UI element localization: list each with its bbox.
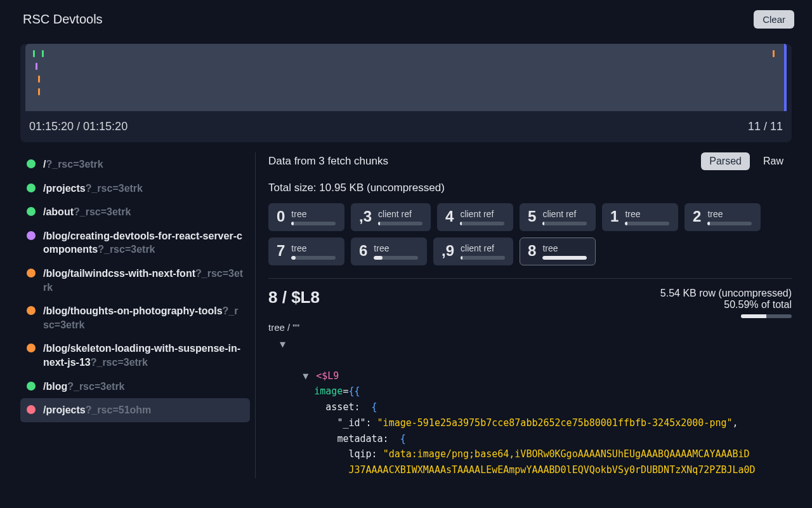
chip-bar	[291, 222, 336, 225]
request-item[interactable]: /blog/creating-devtools-for-react-server…	[20, 224, 250, 262]
code-tree[interactable]: ▼ ▼ <$L9 image={{ asset: { "_id": "image…	[268, 337, 792, 478]
chip-number: 4	[445, 209, 454, 224]
total-size: Total size: 10.95 KB (uncompressed)	[268, 182, 792, 194]
chip-label: tree	[625, 209, 670, 219]
status-dot	[27, 269, 36, 277]
status-dot	[27, 405, 36, 414]
chip-label: tree	[542, 243, 587, 253]
request-item[interactable]: /about?_rsc=3etrk	[20, 200, 250, 224]
chip-number: 6	[359, 243, 367, 258]
timeline-tick[interactable]	[38, 76, 40, 83]
request-item[interactable]: /?_rsc=3etrk	[20, 152, 250, 177]
chunk-chip[interactable]: 4client ref	[437, 203, 513, 231]
request-path: /projects?_rsc=3etrk	[43, 182, 143, 196]
status-dot	[27, 207, 36, 216]
timeline-count: 11 / 11	[748, 120, 783, 133]
timeline-tick[interactable]	[36, 63, 37, 70]
chip-bar	[542, 256, 587, 260]
chip-label: tree	[707, 209, 752, 219]
chip-label: client ref	[460, 209, 505, 219]
tab-parsed[interactable]: Parsed	[701, 152, 750, 170]
timeline-track[interactable]	[25, 44, 787, 111]
timeline-tick[interactable]	[773, 50, 775, 57]
clear-button[interactable]: Clear	[754, 10, 794, 29]
timeline-tick[interactable]	[42, 50, 44, 57]
chunk-chips: 0tree,3client ref4client ref5client ref1…	[268, 203, 792, 265]
request-item[interactable]: /blog/thoughts-on-photography-tools?_rsc…	[20, 299, 250, 337]
request-list: /?_rsc=3etrk/projects?_rsc=3etrk/about?_…	[20, 152, 250, 478]
chip-label: client ref	[461, 243, 505, 253]
detail-percent: 50.59% of total	[660, 299, 792, 311]
timeline-tick[interactable]	[38, 88, 40, 95]
chip-number: ,9	[442, 243, 454, 258]
chunk-chip[interactable]: 6tree	[351, 237, 427, 265]
request-item[interactable]: /projects?_rsc=51ohm	[20, 398, 250, 422]
request-path: /blog/skeleton-loading-with-suspense-in-…	[43, 342, 244, 369]
status-dot	[27, 306, 36, 315]
page-title: RSC Devtools	[23, 12, 103, 27]
chip-label: tree	[291, 209, 336, 219]
tree-path: tree / ""	[268, 322, 792, 333]
detail-bar	[741, 314, 792, 318]
chunk-chip[interactable]: ,9client ref	[433, 237, 513, 265]
chip-bar	[625, 222, 669, 225]
chip-number: 5	[528, 209, 536, 224]
request-path: /?_rsc=3etrk	[43, 157, 103, 171]
chip-bar	[707, 222, 752, 225]
detail-title: 8 / $L8	[268, 288, 320, 307]
chunks-summary: Data from 3 fetch chunks	[268, 155, 388, 168]
request-path: /projects?_rsc=51ohm	[43, 403, 151, 417]
request-item[interactable]: /projects?_rsc=3etrk	[20, 177, 250, 201]
status-dot	[27, 382, 36, 391]
chip-bar	[461, 256, 505, 260]
request-path: /blog/creating-devtools-for-react-server…	[43, 229, 244, 257]
chip-number: 7	[277, 243, 285, 258]
chip-label: tree	[291, 243, 336, 253]
timeline[interactable]: 01:15:20 / 01:15:20 11 / 11	[20, 44, 792, 142]
status-dot	[27, 184, 36, 192]
request-path: /about?_rsc=3etrk	[43, 205, 131, 219]
chunk-chip[interactable]: 7tree	[268, 237, 344, 265]
chip-number: 1	[610, 209, 619, 224]
chip-label: client ref	[378, 209, 422, 219]
timeline-tick[interactable]	[33, 50, 35, 57]
chunk-chip[interactable]: 0tree	[268, 203, 344, 231]
chunk-chip[interactable]: 8tree	[520, 237, 596, 265]
status-dot	[27, 344, 36, 352]
status-dot	[27, 159, 36, 168]
chunk-chip[interactable]: ,3client ref	[351, 203, 431, 231]
chip-number: 2	[693, 209, 701, 224]
request-item[interactable]: /blog/tailwindcss-with-next-font?_rsc=3e…	[20, 262, 250, 299]
request-path: /blog?_rsc=3etrk	[43, 380, 125, 394]
chip-bar	[291, 256, 336, 260]
chip-label: tree	[374, 243, 419, 253]
tab-raw[interactable]: Raw	[755, 152, 792, 170]
timeline-cursor[interactable]	[784, 44, 787, 111]
timeline-time: 01:15:20 / 01:15:20	[29, 120, 128, 133]
request-path: /blog/tailwindcss-with-next-font?_rsc=3e…	[43, 267, 244, 294]
detail-row-size: 5.54 KB row (uncompressed)	[660, 288, 792, 299]
status-dot	[27, 231, 36, 240]
chip-label: client ref	[542, 209, 587, 219]
request-path: /blog/thoughts-on-photography-tools?_rsc…	[43, 304, 244, 331]
request-item[interactable]: /blog?_rsc=3etrk	[20, 375, 250, 399]
chunk-chip[interactable]: 1tree	[602, 203, 678, 231]
chip-number: 0	[277, 209, 285, 224]
chip-bar	[374, 256, 418, 260]
chip-bar	[542, 222, 587, 225]
chunk-chip[interactable]: 5client ref	[520, 203, 596, 231]
chunk-chip[interactable]: 2tree	[684, 203, 761, 231]
chip-number: ,3	[359, 209, 372, 224]
request-item[interactable]: /blog/skeleton-loading-with-suspense-in-…	[20, 337, 250, 374]
chip-number: 8	[528, 243, 536, 258]
chip-bar	[460, 222, 504, 225]
view-tabs: Parsed Raw	[701, 152, 792, 170]
chip-bar	[378, 222, 422, 225]
